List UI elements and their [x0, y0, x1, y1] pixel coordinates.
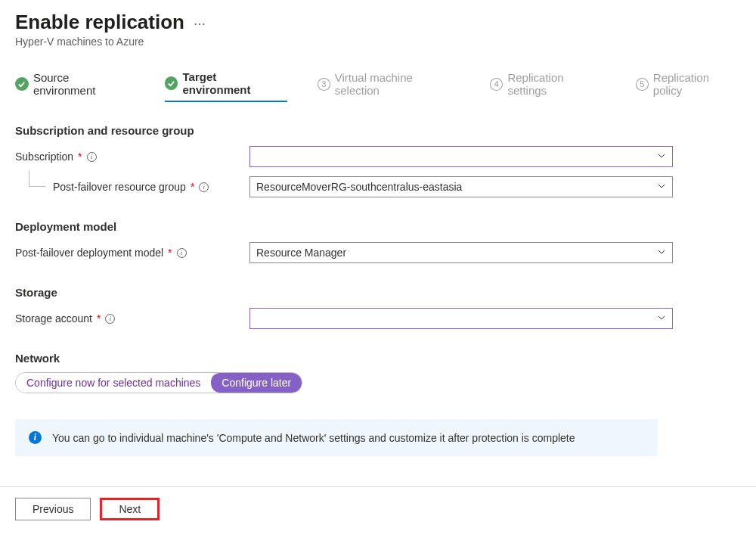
tree-connector-icon — [29, 170, 45, 187]
section-network-heading: Network — [15, 352, 741, 365]
resource-group-select[interactable]: ResourceMoverRG-southcentralus-eastasia — [249, 176, 673, 197]
info-icon[interactable]: i — [105, 314, 115, 324]
chevron-down-icon — [657, 247, 666, 259]
checkmark-icon — [15, 77, 29, 91]
chevron-down-icon — [657, 312, 666, 325]
subscription-label: Subscription — [15, 151, 73, 163]
configure-now-option[interactable]: Configure now for selected machines — [16, 373, 211, 393]
resource-group-label: Post-failover resource group — [53, 181, 186, 193]
network-config-toggle: Configure now for selected machines Conf… — [15, 372, 302, 393]
required-indicator: * — [78, 151, 82, 163]
deployment-model-label: Post-failover deployment model — [15, 247, 163, 259]
section-deployment-heading: Deployment model — [15, 220, 741, 233]
next-button[interactable]: Next — [100, 498, 160, 520]
step-target-environment[interactable]: Target environment — [165, 70, 287, 102]
required-indicator: * — [191, 181, 194, 193]
more-actions-button[interactable]: ⋯ — [194, 17, 207, 31]
step-vm-selection[interactable]: 3 Virtual machine selection — [318, 70, 460, 102]
info-icon[interactable]: i — [177, 248, 187, 258]
info-icon[interactable]: i — [87, 152, 97, 162]
step-label: Source environment — [33, 71, 135, 97]
chevron-down-icon — [657, 151, 666, 163]
step-number-icon: 4 — [490, 78, 503, 91]
storage-account-label: Storage account — [15, 312, 92, 325]
required-indicator: * — [168, 247, 172, 259]
info-icon: i — [29, 431, 42, 444]
deployment-model-value: Resource Manager — [256, 247, 346, 259]
checkmark-icon — [165, 76, 178, 90]
section-storage-heading: Storage — [15, 286, 741, 299]
deployment-model-select[interactable]: Resource Manager — [249, 242, 673, 263]
page-title: Enable replication — [15, 11, 184, 34]
info-icon[interactable]: i — [199, 182, 209, 192]
info-banner-text: You can go to individual machine's 'Comp… — [52, 432, 575, 444]
subscription-select[interactable] — [249, 146, 673, 167]
wizard-footer: Previous Next — [0, 486, 756, 531]
step-label: Replication settings — [507, 71, 605, 97]
section-subscription-heading: Subscription and resource group — [15, 124, 741, 137]
storage-account-select[interactable] — [249, 308, 673, 329]
configure-later-option[interactable]: Configure later — [211, 373, 302, 393]
resource-group-value: ResourceMoverRG-southcentralus-eastasia — [256, 181, 462, 193]
step-replication-settings[interactable]: 4 Replication settings — [490, 70, 605, 102]
chevron-down-icon — [657, 181, 666, 193]
step-source-environment[interactable]: Source environment — [15, 70, 135, 102]
page-subtitle: Hyper-V machines to Azure — [15, 36, 741, 48]
info-banner: i You can go to individual machine's 'Co… — [15, 419, 658, 456]
previous-button[interactable]: Previous — [15, 498, 91, 520]
wizard-stepper: Source environment Target environment 3 … — [15, 70, 741, 107]
step-label: Replication policy — [653, 71, 741, 97]
step-label: Target environment — [182, 70, 287, 96]
step-number-icon: 5 — [636, 78, 649, 91]
step-label: Virtual machine selection — [335, 71, 460, 97]
step-number-icon: 3 — [318, 78, 330, 91]
required-indicator: * — [97, 312, 101, 325]
step-replication-policy[interactable]: 5 Replication policy — [636, 70, 741, 102]
